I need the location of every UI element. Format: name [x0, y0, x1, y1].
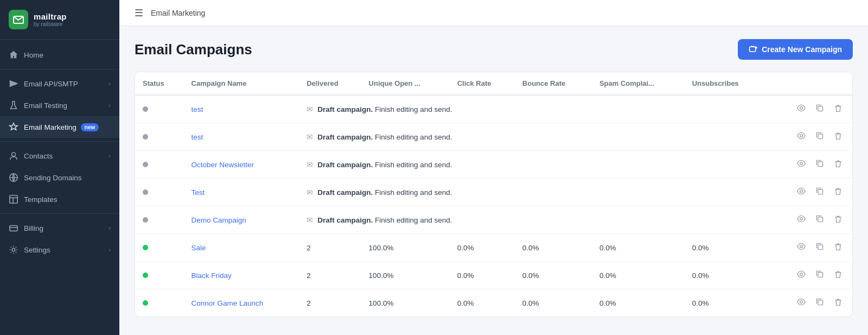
action-icons: [774, 213, 845, 226]
new-badge: new: [81, 123, 99, 131]
sidebar-item-home-label: Home: [24, 51, 43, 59]
copy-icon: [815, 131, 824, 140]
view-button[interactable]: [795, 241, 808, 254]
view-button[interactable]: [795, 103, 808, 116]
table-row: test ✉ Draft campaign. Finish editing an…: [135, 95, 852, 123]
view-button[interactable]: [795, 186, 808, 199]
table-header-row: Status Campaign Name Delivered Unique Op…: [135, 72, 852, 95]
view-button[interactable]: [795, 213, 808, 226]
copy-button[interactable]: [813, 158, 826, 171]
sidebar-item-home[interactable]: Home: [0, 44, 119, 66]
sidebar-item-email-marketing[interactable]: Email Marketing new: [0, 116, 119, 138]
svg-point-24: [800, 218, 803, 220]
campaign-link[interactable]: Test: [192, 188, 205, 197]
view-button[interactable]: [795, 269, 808, 282]
view-button[interactable]: [795, 130, 808, 143]
copy-button[interactable]: [813, 186, 826, 199]
campaign-link[interactable]: Sale: [192, 244, 206, 252]
campaign-name-cell: Test: [184, 179, 299, 206]
chevron-icon: ›: [108, 102, 111, 109]
campaign-name-cell: October Newsletter: [184, 151, 299, 179]
menu-icon[interactable]: ☰: [135, 7, 143, 19]
delete-button[interactable]: [832, 269, 845, 282]
copy-icon: [815, 159, 824, 168]
copy-button[interactable]: [813, 213, 826, 226]
campaign-link[interactable]: Connor Game Launch: [192, 299, 264, 307]
view-button[interactable]: [795, 158, 808, 171]
delete-button[interactable]: [832, 103, 845, 116]
copy-button[interactable]: [813, 103, 826, 116]
delete-button[interactable]: [832, 186, 845, 199]
status-cell: [135, 95, 184, 123]
delete-button[interactable]: [832, 241, 845, 254]
status-dot: [143, 245, 148, 250]
svg-rect-10: [10, 226, 17, 231]
copy-button[interactable]: [813, 296, 826, 309]
chevron-icon: ›: [108, 153, 111, 159]
copy-button[interactable]: [813, 241, 826, 254]
sidebar-item-email-testing[interactable]: Email Testing ›: [0, 94, 119, 116]
table-row: test ✉ Draft campaign. Finish editing an…: [135, 123, 852, 151]
col-unique-open: Unique Open ...: [361, 72, 450, 95]
copy-icon: [815, 214, 824, 223]
email-icon: ✉: [307, 160, 313, 169]
actions-cell: [766, 179, 852, 206]
copy-button[interactable]: [813, 269, 826, 282]
action-icons: [774, 296, 845, 309]
sidebar-item-email-api-label: Email API/SMTP: [24, 80, 78, 88]
spam-cell: 0.0%: [592, 262, 685, 289]
table-row: October Newsletter ✉ Draft campaign. Fin…: [135, 151, 852, 179]
bounce-rate-cell: 0.0%: [515, 234, 592, 262]
delete-button[interactable]: [832, 158, 845, 171]
copy-button[interactable]: [813, 130, 826, 143]
campaign-link[interactable]: Demo Campaign: [192, 216, 246, 224]
status-dot: [143, 189, 148, 195]
delete-button[interactable]: [832, 213, 845, 226]
col-delivered: Delivered: [299, 72, 361, 95]
sidebar-item-email-api[interactable]: Email API/SMTP ›: [0, 73, 119, 94]
campaign-link[interactable]: test: [192, 105, 203, 113]
svg-point-30: [800, 301, 803, 304]
campaign-link[interactable]: October Newsletter: [192, 161, 254, 169]
delete-button[interactable]: [832, 130, 845, 143]
sidebar-item-billing[interactable]: Billing ›: [0, 217, 119, 239]
actions-cell: [766, 206, 852, 234]
actions-cell: [766, 262, 852, 289]
col-name: Campaign Name: [184, 72, 299, 95]
status-dot: [143, 300, 148, 306]
chevron-icon: ›: [108, 80, 111, 87]
svg-rect-31: [818, 300, 823, 305]
main-content: ☰ Email Marketing Email Campaigns Create…: [119, 0, 868, 335]
sidebar-item-email-testing-label: Email Testing: [24, 102, 67, 110]
campaign-link[interactable]: Black Friday: [192, 271, 232, 280]
eye-icon: [797, 298, 806, 306]
click-rate-cell: 0.0%: [450, 289, 515, 317]
copy-icon: [815, 187, 824, 195]
sidebar-item-billing-label: Billing: [24, 224, 43, 232]
create-new-campaign-button[interactable]: Create New Campaign: [738, 39, 853, 60]
copy-icon: [815, 242, 824, 251]
unique-open-cell: 100.0%: [361, 289, 450, 317]
delivered-cell: 2: [299, 234, 361, 262]
sidebar-item-templates[interactable]: Templates: [0, 188, 119, 210]
delete-button[interactable]: [832, 296, 845, 309]
sidebar-item-sending-domains[interactable]: Sending Domains: [0, 167, 119, 188]
view-button[interactable]: [795, 296, 808, 309]
eye-icon: [797, 214, 806, 223]
sidebar-item-contacts[interactable]: Contacts ›: [0, 145, 119, 167]
campaign-link[interactable]: test: [192, 133, 203, 141]
eye-icon: [797, 270, 806, 279]
unique-open-cell: 100.0%: [361, 262, 450, 289]
table-row: Test ✉ Draft campaign. Finish editing an…: [135, 179, 852, 206]
delivered-cell: 2: [299, 289, 361, 317]
email-icon: ✉: [307, 132, 313, 141]
actions-cell: [766, 151, 852, 179]
unique-open-cell: 100.0%: [361, 234, 450, 262]
eye-icon: [797, 187, 806, 195]
email-icon: ✉: [307, 188, 313, 197]
table-row: Sale 2 100.0% 0.0% 0.0% 0.0% 0.0%: [135, 234, 852, 262]
email-icon: ✉: [307, 216, 313, 224]
bounce-rate-cell: 0.0%: [515, 289, 592, 317]
action-icons: [774, 158, 845, 171]
sidebar-item-settings[interactable]: Settings ›: [0, 239, 119, 261]
